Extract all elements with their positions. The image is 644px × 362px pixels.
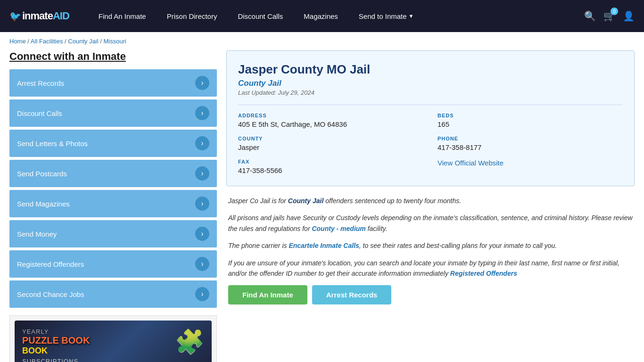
puzzle-icon: 🧩 xyxy=(175,328,204,355)
ad-content: YEARLY PUZZLE BOOK BOOK SUBSCRIPTIONS ST… xyxy=(15,321,212,362)
breadcrumb-home[interactable]: Home xyxy=(9,38,26,45)
county-value: Jasper xyxy=(238,143,423,151)
nav-prison-directory[interactable]: Prison Directory xyxy=(157,12,228,20)
sidebar: Connect with an Inmate Arrest Records › … xyxy=(9,50,217,362)
facility-updated: Last Updated: July 29, 2024 xyxy=(238,89,623,96)
beds-value: 165 xyxy=(438,120,623,128)
sidebar-send-postcards[interactable]: Send Postcards › xyxy=(9,160,217,187)
sidebar-send-letters[interactable]: Send Letters & Photos › xyxy=(9,130,217,157)
registered-offenders-link[interactable]: Registered Offenders xyxy=(450,270,517,277)
breadcrumb-county-jail[interactable]: County Jail xyxy=(68,38,98,45)
phone-block: PHONE 417-358-8177 xyxy=(438,136,623,151)
ad-yearly-label: YEARLY xyxy=(22,328,171,335)
phone-label: PHONE xyxy=(438,136,623,141)
search-icon[interactable]: 🔍 xyxy=(584,10,596,22)
beds-block: BEDS 165 xyxy=(438,113,623,128)
logo-text: inmateAID xyxy=(22,10,69,22)
nav-magazines[interactable]: Magazines xyxy=(293,12,348,20)
desc-para-4: If you are unsure of your inmate's locat… xyxy=(228,258,633,279)
ad-puzzle-book[interactable]: YEARLY PUZZLE BOOK BOOK SUBSCRIPTIONS ST… xyxy=(9,315,217,362)
nav-send-to-inmate[interactable]: Send to Inmate ▼ xyxy=(348,12,424,20)
county-label: COUNTY xyxy=(238,136,423,141)
fax-label: FAX xyxy=(238,159,423,165)
encartele-link[interactable]: Encartele Inmate Calls xyxy=(289,242,359,249)
county-block: COUNTY Jasper xyxy=(238,136,423,151)
arrow-icon: › xyxy=(195,257,209,271)
county-jail-bold: County Jail xyxy=(288,197,323,205)
breadcrumb-all-facilities[interactable]: All Facilities xyxy=(31,38,63,45)
ad-book-label: BOOK xyxy=(22,346,171,356)
address-label: ADDRESS xyxy=(238,113,423,118)
nav-discount-calls[interactable]: Discount Calls xyxy=(227,12,293,20)
arrow-icon: › xyxy=(195,136,209,150)
address-block: ADDRESS 405 E 5th St, Carthage, MO 64836 xyxy=(238,113,423,128)
main-layout: Connect with an Inmate Arrest Records › … xyxy=(0,50,644,362)
desc-para-2: All prisons and jails have Security or C… xyxy=(228,213,633,234)
header: 🐦 inmateAID Find An Inmate Prison Direct… xyxy=(0,0,644,32)
cart-icon[interactable]: 🛒 0 xyxy=(603,10,615,22)
ad-subscriptions-label: SUBSCRIPTIONS xyxy=(22,358,171,362)
facility-type: County Jail xyxy=(238,79,623,88)
arrest-records-button[interactable]: Arrest Records xyxy=(312,285,391,304)
sidebar-title: Connect with an Inmate xyxy=(9,50,217,63)
breadcrumb: Home / All Facilities / County Jail / Mi… xyxy=(0,32,644,50)
logo[interactable]: 🐦 inmateAID xyxy=(9,10,69,22)
sidebar-second-chance-jobs[interactable]: Second Chance Jobs › xyxy=(9,280,217,308)
nav-find-inmate[interactable]: Find An Inmate xyxy=(88,12,157,20)
chevron-down-icon: ▼ xyxy=(409,13,414,19)
main-nav: Find An Inmate Prison Directory Discount… xyxy=(88,12,584,20)
sidebar-discount-calls[interactable]: Discount Calls › xyxy=(9,99,217,127)
logo-bird-icon: 🐦 xyxy=(9,10,21,22)
breadcrumb-state[interactable]: Missouri xyxy=(103,38,126,45)
address-value: 405 E 5th St, Carthage, MO 64836 xyxy=(238,120,423,128)
county-medium-link[interactable]: County - medium xyxy=(312,225,365,232)
arrow-icon: › xyxy=(195,227,209,241)
fax-value: 417-358-5566 xyxy=(238,166,423,174)
arrow-icon: › xyxy=(195,76,209,90)
facility-name: Jasper County MO Jail xyxy=(238,62,623,77)
desc-para-1: Jasper Co Jail is for County Jail offend… xyxy=(228,196,633,206)
facility-info: ADDRESS 405 E 5th St, Carthage, MO 64836… xyxy=(238,105,623,174)
user-icon[interactable]: 👤 xyxy=(623,10,635,22)
main-content: Jasper County MO Jail County Jail Last U… xyxy=(226,50,635,362)
phone-value: 417-358-8177 xyxy=(438,143,623,151)
bottom-buttons: Find An Inmate Arrest Records xyxy=(228,285,633,304)
sidebar-send-magazines[interactable]: Send Magazines › xyxy=(9,190,217,217)
description-section: Jasper Co Jail is for County Jail offend… xyxy=(226,196,635,304)
website-link[interactable]: View Official Website xyxy=(438,159,504,167)
sidebar-send-money[interactable]: Send Money › xyxy=(9,220,217,247)
find-inmate-button[interactable]: Find An Inmate xyxy=(228,285,307,304)
facility-card: Jasper County MO Jail County Jail Last U… xyxy=(226,50,635,186)
ad-puzzle-label: PUZZLE BOOK xyxy=(22,335,171,346)
arrow-icon: › xyxy=(195,166,209,181)
cart-badge: 0 xyxy=(611,8,618,15)
beds-label: BEDS xyxy=(438,113,623,118)
arrow-icon: › xyxy=(195,197,209,211)
website-block: View Official Website xyxy=(438,159,623,174)
sidebar-registered-offenders[interactable]: Registered Offenders › xyxy=(9,250,217,278)
arrow-icon: › xyxy=(195,106,209,120)
desc-para-3: The phone carrier is Encartele Inmate Ca… xyxy=(228,240,633,251)
arrow-icon: › xyxy=(195,287,209,301)
fax-block: FAX 417-358-5566 xyxy=(238,159,423,174)
sidebar-arrest-records[interactable]: Arrest Records › xyxy=(9,69,217,97)
header-icons: 🔍 🛒 0 👤 xyxy=(584,10,635,22)
